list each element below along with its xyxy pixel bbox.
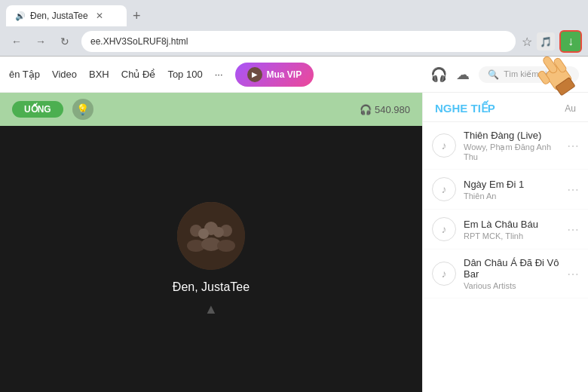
playlist-mode: Au bbox=[565, 103, 576, 114]
new-tab-button[interactable]: + bbox=[133, 8, 141, 24]
download-extension-button[interactable]: ↓ bbox=[559, 30, 582, 53]
headphones-icon[interactable]: 🎧 bbox=[430, 66, 447, 83]
playlist-title: NGHE TIẾP bbox=[435, 102, 495, 115]
item-menu-icon[interactable]: ⋯ bbox=[567, 222, 579, 237]
search-icon: 🔍 bbox=[488, 69, 499, 80]
browser-actions: ☆ 🎵 ↓ bbox=[522, 30, 582, 53]
browser-chrome: 🔊 Đen, JustaTee ✕ + ← → ↻ ee.XHV3SoLRUF8… bbox=[0, 0, 588, 57]
app-navigation: ên Tập Video BXH Chủ Đề Top 100 ··· ▶ Mu… bbox=[0, 57, 588, 93]
item-menu-icon[interactable]: ⋯ bbox=[567, 139, 579, 153]
cloud-upload-icon[interactable]: ☁ bbox=[456, 66, 470, 83]
song-info: Em Là Châu Báu RPT MCK, Tlinh bbox=[464, 219, 559, 240]
bulb-icon[interactable]: 💡 bbox=[72, 99, 93, 120]
item-menu-icon[interactable]: ⋯ bbox=[567, 267, 579, 281]
tab-close-button[interactable]: ✕ bbox=[96, 11, 103, 21]
download-icon: ↓ bbox=[568, 35, 574, 48]
lyrics-tab[interactable]: UỐNG bbox=[12, 101, 63, 118]
active-tab[interactable]: 🔊 Đen, JustaTee ✕ bbox=[6, 5, 127, 26]
album-art bbox=[177, 202, 245, 270]
tab-title: Đen, JustaTee bbox=[30, 11, 88, 21]
list-item[interactable]: ♪ Ngày Em Đi 1 Thiên An ⋯ bbox=[423, 170, 588, 210]
nav-top-100[interactable]: Top 100 bbox=[167, 69, 202, 80]
playlist-items: ♪ Thiên Đàng (Live) Wowy, Phạm Đăng Anh … bbox=[423, 122, 588, 392]
song-title: Thiên Đàng (Live) bbox=[464, 130, 559, 141]
progress-indicator: ▲ bbox=[204, 302, 218, 317]
playlist-header: NGHE TIẾP Au bbox=[423, 93, 588, 122]
player-video[interactable]: Đen, JustaTee ▲ bbox=[0, 126, 422, 392]
song-title: Ngày Em Đi 1 bbox=[464, 179, 559, 190]
nav-bxh[interactable]: BXH bbox=[89, 69, 109, 80]
search-placeholder: Tìm kiếm video,... bbox=[504, 69, 570, 79]
song-artist-small: Various Artists bbox=[464, 281, 559, 290]
search-bar[interactable]: 🔍 Tìm kiếm video,... bbox=[479, 66, 579, 83]
vip-button[interactable]: ▶ Mua VIP bbox=[235, 63, 314, 87]
song-icon: ♪ bbox=[432, 177, 456, 201]
song-icon: ♪ bbox=[432, 217, 456, 241]
song-artist-label: Đen, JustaTee bbox=[173, 280, 250, 294]
item-menu-icon[interactable]: ⋯ bbox=[567, 182, 579, 197]
song-info: Thiên Đàng (Live) Wowy, Phạm Đăng Anh Th… bbox=[464, 130, 559, 161]
forward-button[interactable]: → bbox=[30, 31, 51, 52]
song-icon: ♪ bbox=[432, 133, 456, 158]
nav-chu-de[interactable]: Chủ Đề bbox=[121, 69, 156, 80]
refresh-button[interactable]: ↻ bbox=[54, 31, 75, 52]
vip-icon: ▶ bbox=[247, 67, 262, 82]
group-photo-svg bbox=[177, 202, 245, 270]
song-icon: ♪ bbox=[432, 262, 456, 286]
nav-more[interactable]: ··· bbox=[215, 69, 223, 80]
song-info: Ngày Em Đi 1 Thiên An bbox=[464, 179, 559, 201]
nav-buttons: ← → ↻ bbox=[6, 31, 75, 52]
url-text: ee.XHV3SoLRUF8j.html bbox=[90, 36, 188, 47]
player-section: UỐNG 💡 🎧 540.980 bbox=[0, 93, 422, 392]
back-button[interactable]: ← bbox=[6, 31, 27, 52]
song-title: Em Là Châu Báu bbox=[464, 219, 559, 230]
playlist-section: NGHE TIẾP Au ♪ Thiên Đàng (Live) Wowy, P… bbox=[422, 93, 588, 392]
headphone-count-icon: 🎧 bbox=[360, 104, 372, 115]
listen-count: 🎧 540.980 bbox=[360, 104, 410, 115]
song-info: Dân Châu Á Đã Đi Vô Bar Various Artists bbox=[464, 257, 559, 290]
tab-bar: 🔊 Đen, JustaTee ✕ + bbox=[0, 0, 588, 27]
audio-icon: 🔊 bbox=[15, 11, 26, 21]
url-bar[interactable]: ee.XHV3SoLRUF8j.html bbox=[81, 31, 516, 52]
svg-point-14 bbox=[177, 202, 245, 270]
list-item[interactable]: ♪ Em Là Châu Báu RPT MCK, Tlinh ⋯ bbox=[423, 210, 588, 250]
list-item[interactable]: ♪ Dân Châu Á Đã Đi Vô Bar Various Artist… bbox=[423, 250, 588, 299]
vip-label: Mua VIP bbox=[267, 69, 302, 80]
player-header: UỐNG 💡 🎧 540.980 bbox=[0, 93, 422, 126]
song-title: Dân Châu Á Đã Đi Vô Bar bbox=[464, 257, 559, 280]
extension-icon[interactable]: 🎵 bbox=[537, 32, 555, 51]
song-artist-small: Wowy, Phạm Đăng Anh Thu bbox=[464, 142, 559, 161]
extension-symbol: 🎵 bbox=[540, 36, 552, 47]
nav-icons: 🎧 ☁ 🔍 Tìm kiếm video,... bbox=[430, 66, 579, 83]
count-value: 540.980 bbox=[375, 104, 410, 115]
nav-video[interactable]: Video bbox=[52, 69, 77, 80]
song-artist-small: Thiên An bbox=[464, 191, 559, 201]
list-item[interactable]: ♪ Thiên Đàng (Live) Wowy, Phạm Đăng Anh … bbox=[423, 122, 588, 170]
address-bar: ← → ↻ ee.XHV3SoLRUF8j.html ☆ 🎵 ↓ bbox=[0, 27, 588, 56]
song-artist-small: RPT MCK, Tlinh bbox=[464, 231, 559, 240]
bookmark-icon[interactable]: ☆ bbox=[522, 35, 532, 49]
main-content: UỐNG 💡 🎧 540.980 bbox=[0, 93, 588, 392]
nav-on-tap[interactable]: ên Tập bbox=[9, 69, 40, 80]
